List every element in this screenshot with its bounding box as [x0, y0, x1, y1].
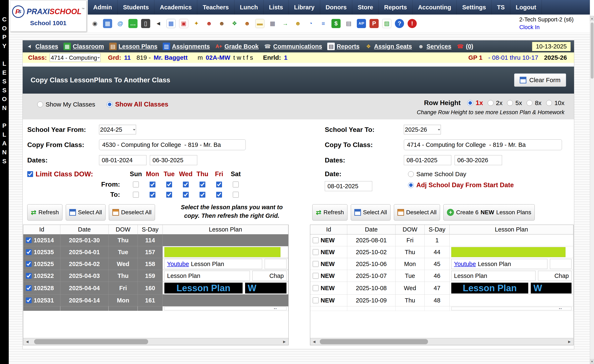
- create-lesson-plans-button[interactable]: +Create 6NEWLesson Plans: [443, 204, 535, 221]
- nav-accounting[interactable]: Accounting: [412, 0, 457, 14]
- row-height-5x-option[interactable]: 5x: [507, 99, 522, 107]
- lesson-plan-highlight[interactable]: [451, 247, 566, 257]
- homework-box[interactable]: Chap: [538, 271, 572, 281]
- row-select-checkbox[interactable]: [26, 273, 32, 279]
- row-select-checkbox[interactable]: [313, 237, 318, 243]
- lesson-plan-box[interactable]: YoutubeLesson Plan: [451, 259, 547, 269]
- lesson-plan-highlight[interactable]: [164, 247, 280, 257]
- select-all-left-button[interactable]: Select All: [66, 204, 106, 221]
- dow-from-wed-checkbox[interactable]: [183, 182, 189, 187]
- row-height-8x-radio[interactable]: [526, 100, 533, 106]
- row-height-2x-radio[interactable]: [488, 100, 493, 106]
- scroll-right-arrow[interactable]: ▶: [281, 338, 288, 345]
- scrollbar-thumb[interactable]: [34, 339, 148, 344]
- adj-school-day-option[interactable]: Adj School Day From Start Date: [408, 181, 514, 189]
- scroll-down-arrow[interactable]: ▼: [590, 359, 594, 364]
- dow-from-mon-checkbox[interactable]: [150, 182, 155, 187]
- copy-to-end-date[interactable]: [455, 155, 502, 165]
- same-school-day-option[interactable]: Same School Day: [408, 171, 514, 178]
- pdf-icon[interactable]: P: [370, 19, 379, 28]
- youtube-link[interactable]: Youtube: [167, 261, 189, 268]
- chat-icon[interactable]: …: [128, 19, 137, 28]
- mobile-icon[interactable]: ▯: [141, 19, 150, 28]
- tickets-icon[interactable]: ❖: [230, 19, 239, 28]
- row-height-10x-option[interactable]: 10x: [546, 99, 564, 107]
- lesson-plan-cell[interactable]: [163, 234, 288, 246]
- row-select-checkbox[interactable]: [26, 237, 32, 243]
- nav-lunch[interactable]: Lunch: [235, 0, 263, 14]
- refresh-left-button[interactable]: ⇄Refresh: [27, 204, 62, 221]
- dow-to-tue-checkbox[interactable]: [166, 192, 172, 198]
- dow-to-sun-checkbox[interactable]: [133, 192, 139, 198]
- export-icon[interactable]: ▨: [382, 19, 391, 28]
- printer-icon[interactable]: ▤: [344, 19, 353, 28]
- tab-grade-book[interactable]: A+Grade Book: [215, 43, 259, 50]
- ledger-icon[interactable]: ≡: [319, 19, 328, 28]
- megaphone-icon[interactable]: ✦: [192, 19, 201, 28]
- horizontal-scrollbar[interactable]: ◀ ▶: [310, 338, 574, 345]
- row-height-10x-radio[interactable]: [546, 100, 552, 106]
- lesson-plan-cell[interactable]: [450, 234, 574, 246]
- dow-to-fri-checkbox[interactable]: [216, 192, 222, 198]
- clock-in-link[interactable]: Clock In: [519, 24, 540, 30]
- homework-box[interactable]: W: [245, 283, 286, 293]
- row-select-checkbox[interactable]: [26, 297, 32, 303]
- dow-from-sun-checkbox[interactable]: [133, 182, 139, 187]
- row-height-1x-option[interactable]: 1x: [467, 99, 483, 107]
- row-select-checkbox[interactable]: [26, 249, 32, 255]
- nav-admin[interactable]: Admin: [88, 0, 118, 14]
- student-red-icon[interactable]: ☻: [204, 19, 214, 28]
- row-height-5x-radio[interactable]: [507, 100, 513, 106]
- nav-academics[interactable]: Academics: [154, 0, 197, 14]
- id-card-icon[interactable]: ▬: [255, 19, 264, 28]
- scrollbar-thumb[interactable]: [320, 339, 428, 344]
- nav-lists[interactable]: Lists: [263, 0, 289, 14]
- tab-reports[interactable]: ▤Reports: [327, 43, 359, 50]
- limit-dow-checkbox[interactable]: [27, 171, 33, 177]
- tab-services[interactable]: ☻Services: [417, 43, 451, 50]
- dow-from-fri-checkbox[interactable]: [216, 182, 222, 187]
- class-select[interactable]: 4714 - Computing for C: [50, 54, 101, 62]
- same-school-day-radio[interactable]: [408, 171, 414, 177]
- school-year-to-select[interactable]: 2025-26: [404, 125, 441, 134]
- row-select-checkbox[interactable]: [313, 273, 318, 279]
- scroll-left-arrow[interactable]: ◀: [311, 338, 318, 345]
- clock-icon[interactable]: ◔: [306, 19, 315, 28]
- dow-to-sat-checkbox[interactable]: [233, 192, 239, 198]
- row-select-checkbox[interactable]: [313, 297, 318, 303]
- scroll-up-arrow[interactable]: ▲: [590, 16, 594, 21]
- lesson-plan-cell[interactable]: [163, 295, 288, 306]
- student-brown-icon[interactable]: ☻: [217, 19, 226, 28]
- alert-icon[interactable]: !: [408, 19, 417, 28]
- copy-to-start-date[interactable]: [404, 155, 451, 165]
- tab-lesson-plans[interactable]: ▤Lesson Plans: [109, 43, 157, 50]
- calendar-icon[interactable]: ▣: [179, 19, 188, 28]
- apps-grid-icon[interactable]: ▦: [103, 19, 112, 28]
- select-all-right-button[interactable]: Select All: [351, 204, 391, 221]
- row-select-checkbox[interactable]: [26, 261, 32, 267]
- horizontal-scrollbar[interactable]: ◀ ▶: [23, 338, 288, 345]
- dow-to-wed-checkbox[interactable]: [183, 192, 189, 198]
- school-year-from-select[interactable]: 2024-25: [99, 125, 136, 134]
- lesson-plan-box-clipped[interactable]: [265, 259, 286, 269]
- tab-assignments[interactable]: ▥Assignments: [163, 43, 210, 50]
- tab-classes[interactable]: ➤Classes: [26, 43, 58, 50]
- lesson-plan-box[interactable]: YoutubeLesson Plan: [164, 259, 262, 269]
- vertical-scrollbar[interactable]: ▲ ▼: [590, 0, 594, 364]
- tab-calls[interactable]: ☎(0): [457, 43, 473, 50]
- scrollbar-thumb[interactable]: [591, 22, 594, 79]
- tab-assign-seats[interactable]: ❖Assign Seats: [365, 43, 412, 50]
- clear-form-button[interactable]: Clear Form: [514, 74, 566, 87]
- mail-forward-icon[interactable]: →: [281, 19, 290, 28]
- dow-from-thu-checkbox[interactable]: [200, 182, 205, 187]
- row-select-checkbox[interactable]: [26, 285, 32, 291]
- email-at-icon[interactable]: @: [116, 19, 125, 28]
- nav-settings[interactable]: Settings: [457, 0, 492, 14]
- help-icon[interactable]: ?: [395, 19, 404, 28]
- cash-icon[interactable]: $: [331, 19, 341, 28]
- lesson-plan-box-clipped[interactable]: [550, 259, 572, 269]
- copy-from-end-date[interactable]: [150, 155, 197, 165]
- adj-school-day-radio[interactable]: [408, 182, 414, 188]
- search-icon[interactable]: ◉: [90, 19, 100, 28]
- dow-from-tue-checkbox[interactable]: [166, 182, 172, 187]
